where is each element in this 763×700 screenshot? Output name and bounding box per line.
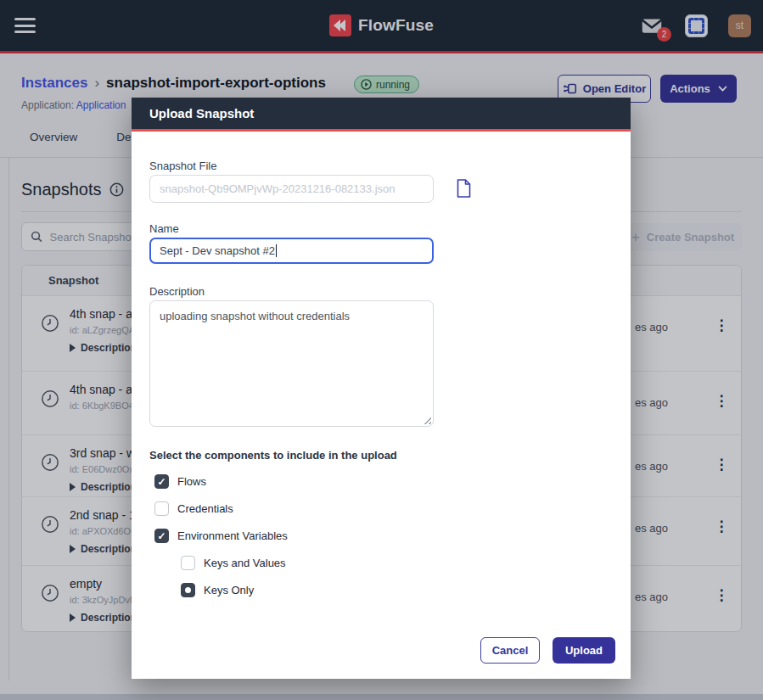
description-textarea[interactable]: uploading snapshot without credentials — [149, 300, 434, 427]
checkbox-checked-icon: ✓ — [154, 474, 169, 489]
snapshot-file-input[interactable] — [149, 175, 434, 203]
app-window: FlowFuse 2 st Instances › snapshot-impor… — [0, 0, 763, 700]
upload-button[interactable]: Upload — [553, 637, 615, 664]
description-label: Description — [149, 285, 205, 298]
snapshot-file-label: Snapshot File — [149, 160, 217, 172]
radio-unchecked-icon — [181, 556, 195, 570]
file-document-icon[interactable] — [455, 178, 473, 202]
checkbox-checked-icon: ✓ — [154, 529, 169, 543]
upload-snapshot-modal: Upload Snapshot Snapshot File Name Sept … — [132, 98, 631, 679]
checkbox-environment-variables[interactable]: ✓ Environment Variables — [154, 529, 288, 543]
checkbox-credentials[interactable]: Credentials — [154, 501, 233, 516]
checkbox-unchecked-icon — [154, 501, 169, 516]
components-section-label: Select the components to include in the … — [149, 449, 397, 462]
name-input-value: Sept - Dev snapshot #2 — [160, 244, 275, 257]
radio-keys-only[interactable]: Keys Only — [181, 583, 254, 597]
name-input[interactable]: Sept - Dev snapshot #2 — [149, 238, 434, 264]
text-cursor — [276, 244, 277, 257]
cancel-button[interactable]: Cancel — [480, 637, 540, 664]
radio-checked-icon — [181, 583, 195, 597]
radio-keys-and-values[interactable]: Keys and Values — [181, 556, 286, 570]
modal-header: Upload Snapshot — [132, 98, 631, 132]
name-label: Name — [149, 222, 179, 235]
checkbox-flows[interactable]: ✓ Flows — [154, 474, 206, 489]
modal-title: Upload Snapshot — [149, 106, 254, 120]
